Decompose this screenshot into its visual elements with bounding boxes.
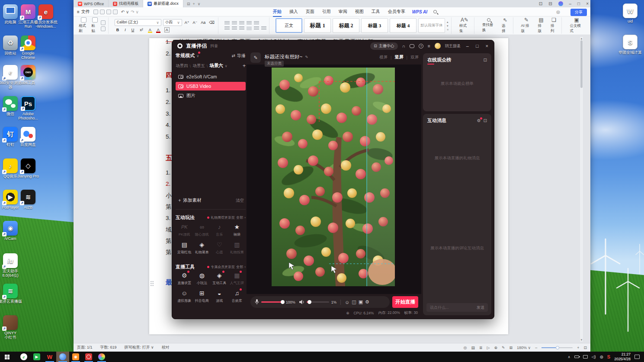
taskbar-item-live-companion[interactable] [56, 352, 69, 362]
print-icon[interactable] [106, 10, 111, 14]
mirror-flip-icon[interactable]: ◫ [352, 299, 356, 305]
taskbar-item-video-app[interactable]: ▶ [30, 352, 43, 362]
comment-input[interactable] [430, 305, 474, 310]
source-item-image[interactable]: 图片 [176, 91, 246, 100]
justify-icon[interactable] [247, 26, 252, 30]
italic-button[interactable]: I [124, 28, 127, 32]
play-view-icon[interactable]: ▷ [487, 346, 490, 350]
tab-list-dropdown-icon[interactable]: ∨ [198, 2, 201, 6]
stream-title-row[interactable]: 标题还没有想好~✎ [265, 54, 308, 60]
feedback-chat-icon[interactable] [410, 44, 414, 48]
tool-item-mini-games[interactable]: ◍小玩法 [193, 272, 211, 285]
desktop-icon-live-tool[interactable]: ≋↗老济艺直播版 [0, 284, 23, 304]
speaker-volume-slider[interactable] [307, 301, 329, 303]
font-size-select[interactable]: 小四∨ [163, 19, 182, 26]
mode-dropdown-icon[interactable]: ∨ [196, 54, 199, 58]
spellcheck-status[interactable]: 拼写检查: 打开 ∨ [125, 345, 154, 350]
scene-dropdown-icon[interactable]: ∨ [225, 64, 227, 68]
wps-close-button[interactable]: × [586, 1, 589, 6]
bullet-list-icon[interactable] [224, 21, 230, 25]
tool-item-live-settings[interactable]: ⚙直播设置 [176, 272, 193, 285]
speaker-icon[interactable] [299, 300, 304, 304]
align-left-icon[interactable] [224, 26, 230, 30]
live-minimize-button[interactable]: – [465, 43, 470, 48]
main-menu-icon[interactable]: ≡ [428, 44, 430, 48]
tool-item-virtual-avatar[interactable]: ☺虚拟形象 [176, 289, 193, 303]
input-method-icon[interactable]: S [607, 354, 610, 359]
dual-screen-option[interactable]: 双屏 [410, 55, 419, 60]
style-normal[interactable]: 正文 [276, 18, 302, 33]
cut-icon[interactable] [101, 20, 106, 25]
beauty-icon[interactable]: ☺ [345, 300, 349, 305]
font-color-button[interactable]: A [156, 28, 160, 32]
styles-more-icon[interactable]: ≡ [447, 28, 449, 31]
outdent-icon[interactable] [239, 21, 244, 25]
copy-icon[interactable] [101, 26, 106, 31]
wps-ai-button[interactable]: WPS AI [412, 10, 427, 14]
category-chip[interactable]: 未选分类 [265, 61, 284, 67]
change-case-icon[interactable]: Aa [200, 20, 206, 25]
undo-icon[interactable]: ↶ ∨ [121, 10, 129, 14]
play-item-gift-menu[interactable]: ◈礼物菜单 [193, 241, 211, 255]
style-default-font[interactable]: 默认段落字体 [418, 18, 445, 33]
wps-minimize-button[interactable]: – [569, 1, 572, 6]
message-settings-gear-icon[interactable]: ⚙ [477, 118, 481, 123]
eye-mode-icon[interactable]: ◎ [464, 346, 467, 350]
web-view-icon[interactable]: ⊕ [494, 346, 497, 350]
scroll-up-icon[interactable]: ▲ [580, 37, 583, 40]
comment-icon[interactable]: ⊟ [187, 2, 190, 6]
taskbar-clock[interactable]: 21:27 2025/4/28 [614, 352, 631, 361]
layout-icon[interactable]: ⊟ [548, 1, 552, 6]
file-menu[interactable]: ≡文件 [77, 9, 90, 15]
superscript-button[interactable]: x² [139, 28, 144, 32]
play-update-notice[interactable]: 礼物展馆更新至全部› [207, 215, 246, 220]
mode-selector[interactable]: 常规模式 [176, 52, 195, 59]
underline-button[interactable]: U [131, 28, 135, 32]
share-button[interactable]: 分享 [570, 9, 587, 16]
text-direction-icon[interactable] [254, 21, 259, 25]
audience-rank-tab[interactable]: 在线观众榜 [427, 57, 451, 63]
tools-update-notice[interactable]: 专属会员更新至全部› [207, 265, 246, 269]
style-set-button[interactable]: A✎样式集 [458, 17, 471, 34]
tab-current-doc[interactable]: W最新搭建.docx [143, 0, 183, 7]
wps-maximize-button[interactable]: □ [577, 1, 580, 6]
display-icon[interactable] [583, 355, 588, 359]
style-heading1[interactable]: 标题 1 [304, 18, 331, 33]
desktop-icon-baidu-pan[interactable]: ↗百度网盘 [16, 127, 41, 147]
tool-item-sound-library[interactable]: ♫音效库 [228, 289, 246, 303]
indent-icon[interactable] [247, 21, 252, 25]
play-item-wish[interactable]: ♡心愿 [211, 241, 228, 255]
source-item-ivcam[interactable]: e2eSoft iVCam [176, 72, 246, 81]
notification-center-icon[interactable] [634, 355, 640, 359]
desktop-icon-hongtian[interactable]: iu↗宏天助手 8.0(64位) [0, 253, 23, 278]
clear-format-icon[interactable]: ⌫ [208, 20, 215, 25]
popout-icon[interactable]: ⊡ [484, 118, 487, 123]
page-view-icon[interactable]: ▤ [471, 346, 475, 350]
new-tab-button[interactable]: + [192, 2, 195, 6]
fullscreen-icon[interactable]: ⊡ [583, 346, 587, 350]
export-icon[interactable] [100, 10, 105, 14]
document-scrollbar[interactable]: ▲ ▼ [580, 36, 583, 342]
send-button[interactable]: 发送 [477, 305, 484, 310]
zoom-out-button[interactable]: – [535, 346, 537, 350]
play-item-lucky-bag[interactable]: ★福袋 [228, 223, 246, 237]
start-button[interactable] [2, 352, 12, 362]
scrollbar-thumb[interactable] [580, 40, 583, 88]
add-material-button[interactable]: ＋ 添加素材 [177, 197, 201, 204]
start-live-button[interactable]: 开始直播 [392, 296, 418, 308]
director-button[interactable]: ⇄导播 [232, 53, 246, 59]
taskbar-item-orange-app[interactable]: ◉ [69, 352, 82, 362]
shrink-font-icon[interactable]: A⁻ [192, 20, 199, 25]
zoom-in-button[interactable]: + [577, 346, 579, 350]
play-item-gift-vote[interactable]: ▥礼物投票 [228, 241, 246, 255]
desktop-icon-aizb[interactable]: ≋↗AIZB [16, 190, 41, 210]
proofread-button[interactable]: 校对 [162, 345, 170, 350]
live-close-button[interactable]: × [484, 43, 490, 48]
desktop-icon-qinyy[interactable]: ↗QINYY 小红书 [0, 315, 23, 340]
menu-home[interactable]: 开始 [273, 9, 282, 15]
align-center-icon[interactable] [232, 26, 237, 30]
select-button[interactable]: ⇖选择 [500, 17, 510, 34]
desktop-icon-uid-doc[interactable]: Wuid [618, 3, 643, 23]
style-heading3[interactable]: 标题 3 [361, 18, 388, 33]
tab-templates[interactable]: D找稻壳模板 [109, 0, 143, 7]
